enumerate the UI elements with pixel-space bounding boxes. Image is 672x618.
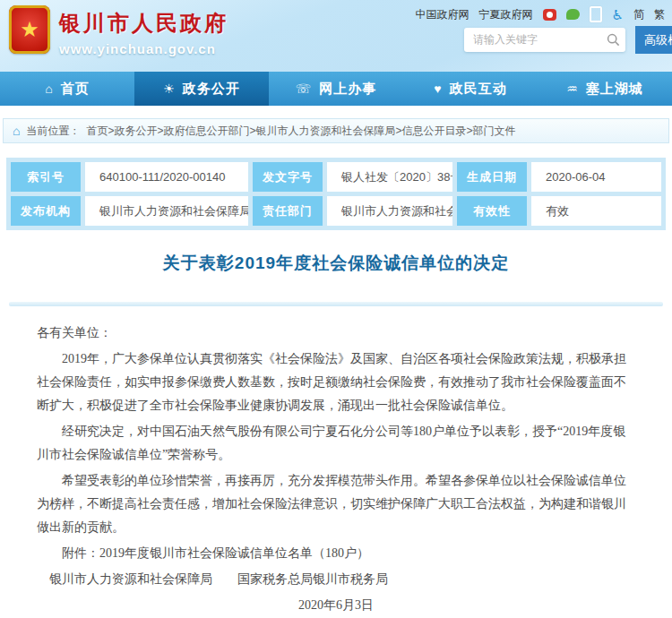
meta-value-date-created: 2020-06-04 — [531, 162, 661, 192]
disclosure-icon: ☀ — [163, 82, 176, 96]
document-body: 各有关单位： 2019年，广大参保单位认真贯彻落实《社会保险法》及国家、自治区各… — [6, 306, 666, 617]
weibo-icon[interactable] — [543, 9, 556, 21]
meta-value-responsible-dept: 银川市人力资源和社会保障局 — [327, 196, 452, 226]
nav-label: 塞上湖城 — [586, 81, 643, 98]
document-title: 关于表彰2019年度社会保险诚信单位的决定 — [6, 252, 666, 275]
meta-row-1: 索引号 640100-111/2020-00140 发文字号 银人社发〔2020… — [11, 162, 661, 192]
advanced-search-button[interactable]: 高级检索 — [635, 26, 672, 54]
meta-value-issuing-org: 银川市人力资源和社会保障局 — [85, 196, 248, 226]
nav-item-online-services[interactable]: ☏ 网上办事 — [269, 72, 403, 106]
meta-label-index-no: 索引号 — [11, 162, 81, 192]
breadcrumb-path[interactable]: 首页>政务公开>政府信息公开部门>银川市人力资源和社会保障局>信息公开目录>部门… — [86, 124, 515, 139]
nav-item-lake-city[interactable]: ♒ 塞上湖城 — [538, 72, 672, 106]
attachment-line: 附件：2019年度银川市社会保险诚信单位名单（180户） — [37, 542, 635, 565]
breadcrumb: ⌂ 当前位置： 首页>政务公开>政府信息公开部门>银川市人力资源和社会保障局>信… — [3, 118, 669, 143]
meta-label-doc-no: 发文字号 — [253, 162, 323, 192]
link-ningxia-gov[interactable]: 宁夏政府网 — [479, 7, 533, 22]
site-url: www.yinchuan.gov.cn — [59, 41, 228, 56]
site-text: 银川市人民政府 www.yinchuan.gov.cn — [59, 5, 228, 56]
meta-row-2: 发布机构 银川市人力资源和社会保障局 责任部门 银川市人力资源和社会保障局 有效… — [11, 196, 661, 226]
search-input[interactable] — [464, 28, 606, 50]
meta-value-index-no: 640100-111/2020-00140 — [85, 162, 248, 192]
mobile-icon[interactable] — [590, 6, 602, 22]
meta-label-date-created: 生成日期 — [457, 162, 527, 192]
home-icon: ⌂ — [45, 82, 53, 96]
lang-traditional-toggle[interactable]: 繁 — [654, 7, 665, 22]
paragraph-1: 2019年，广大参保单位认真贯彻落实《社会保险法》及国家、自治区各项社会保险政策… — [37, 348, 635, 417]
meta-label-validity: 有效性 — [457, 196, 527, 226]
top-utility-bar: 中国政府网 宁夏政府网 ♿ 简 繁 — [416, 6, 665, 22]
wechat-icon[interactable] — [566, 9, 580, 20]
signing-agencies: 银川市人力资源和社会保障局 国家税务总局银川市税务局 — [37, 568, 635, 591]
meta-label-issuing-org: 发布机构 — [11, 196, 81, 226]
nav-label: 政务公开 — [183, 81, 240, 98]
swan-icon: ♒ — [566, 82, 579, 96]
nav-label: 网上办事 — [319, 81, 376, 98]
paragraph-2: 经研究决定，对中国石油天然气股份有限公司宁夏石化分公司等180户单位予以表彰，授… — [37, 420, 635, 467]
document-meta-table: 索引号 640100-111/2020-00140 发文字号 银人社发〔2020… — [6, 158, 666, 230]
search-box — [464, 28, 625, 52]
site-logo[interactable]: ★ 银川市人民政府 www.yinchuan.gov.cn — [9, 5, 228, 56]
emblem-star-glyph: ★ — [20, 19, 39, 40]
online-services-icon: ☏ — [296, 82, 313, 96]
accessibility-icon[interactable]: ♿ — [612, 8, 624, 21]
paragraph-3: 希望受表彰的单位珍惜荣誉，再接再厉，充分发挥模范带头作用。希望各参保单位以社会保… — [37, 469, 635, 539]
national-emblem-icon: ★ — [9, 5, 50, 54]
lang-simplified-toggle[interactable]: 简 — [633, 7, 644, 22]
link-china-gov[interactable]: 中国政府网 — [416, 7, 470, 22]
document-date: 2020年6月3日 — [37, 594, 635, 617]
nav-item-public-interaction[interactable]: ♥ 政民互动 — [403, 72, 538, 106]
site-header: ★ 银川市人民政府 www.yinchuan.gov.cn 中国政府网 宁夏政府… — [0, 0, 672, 72]
page: ★ 银川市人民政府 www.yinchuan.gov.cn 中国政府网 宁夏政府… — [0, 0, 672, 618]
meta-value-doc-no: 银人社发〔2020〕38号 — [327, 162, 452, 192]
heart-icon: ♥ — [434, 82, 442, 96]
meta-label-responsible-dept: 责任部门 — [253, 196, 323, 226]
search-icon[interactable] — [607, 33, 620, 47]
site-name: 银川市人民政府 — [59, 9, 228, 38]
breadcrumb-home-icon: ⌂ — [13, 124, 20, 138]
content-area: 索引号 640100-111/2020-00140 发文字号 银人社发〔2020… — [0, 143, 672, 617]
meta-value-validity: 有效 — [531, 196, 661, 226]
nav-label: 首页 — [61, 81, 90, 98]
salutation: 各有关单位： — [37, 322, 635, 345]
nav-item-gov-disclosure[interactable]: ☀ 政务公开 — [134, 72, 269, 106]
breadcrumb-prefix: 当前位置： — [26, 124, 80, 139]
main-nav: ⌂ 首页 ☀ 政务公开 ☏ 网上办事 ♥ 政民互动 ♒ 塞上湖城 — [0, 72, 672, 106]
nav-item-home[interactable]: ⌂ 首页 — [0, 72, 134, 106]
nav-label: 政民互动 — [450, 81, 507, 98]
